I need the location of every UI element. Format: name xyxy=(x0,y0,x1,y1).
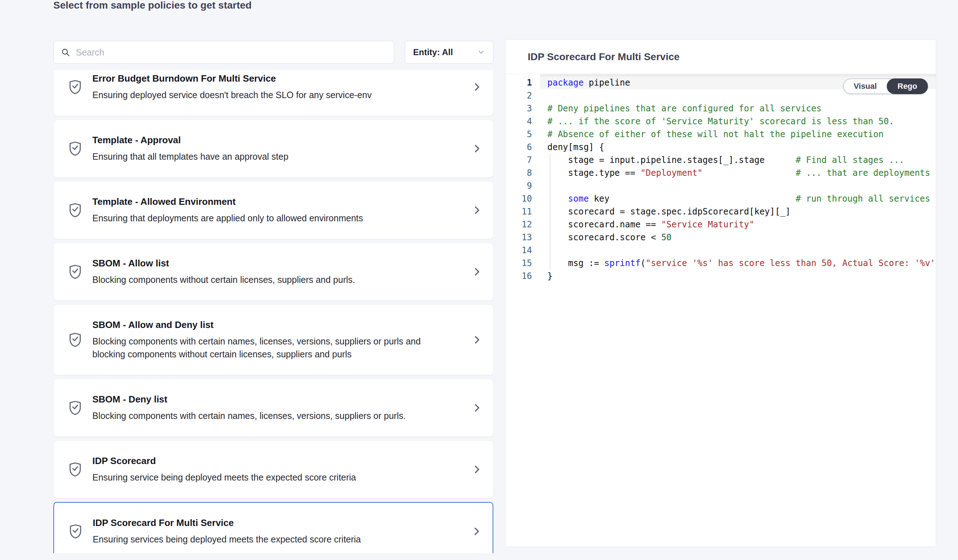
editor-top-scroll-strip xyxy=(540,74,936,77)
line-number: 5 xyxy=(506,128,540,141)
policy-card-body: SBOM - Allow and Deny list Blocking comp… xyxy=(92,319,464,360)
shield-check-icon xyxy=(68,263,82,280)
line-number: 8 xyxy=(506,167,540,179)
shield-check-icon xyxy=(68,399,82,416)
code-line: 4# ... if the score of 'Service Maturity… xyxy=(506,115,936,128)
policy-description: Blocking components with certain names, … xyxy=(92,409,422,422)
policy-title: SBOM - Allow list xyxy=(92,257,464,269)
line-content: # Absence of either of these will not ha… xyxy=(540,128,936,141)
line-number: 14 xyxy=(506,244,540,257)
search-icon xyxy=(61,48,70,57)
policy-title: IDP Scorecard For Multi Service xyxy=(93,517,464,528)
line-number: 10 xyxy=(506,192,540,205)
policy-card[interactable]: SBOM - Allow and Deny list Blocking comp… xyxy=(53,305,493,375)
chevron-right-icon xyxy=(471,525,482,538)
toggle-rego-button[interactable]: Rego xyxy=(887,78,928,94)
detail-header: IDP Scorecard For Multi Service xyxy=(506,40,936,74)
line-number: 16 xyxy=(506,270,540,282)
page-title: Select from sample policies to get start… xyxy=(53,0,252,11)
line-content xyxy=(540,179,936,192)
line-content: } xyxy=(540,270,936,282)
policy-title: Error Budget Burndown For Multi Service xyxy=(92,73,464,84)
shield-check-icon xyxy=(68,523,83,540)
code-line: 13 scorecard.score < 50 xyxy=(506,231,936,244)
chevron-right-icon xyxy=(471,204,482,216)
search-box[interactable] xyxy=(53,41,394,64)
chevron-right-icon xyxy=(471,402,482,414)
line-number: 2 xyxy=(506,89,540,102)
line-content: scorecard.name == "Service Maturity" xyxy=(540,218,936,231)
policy-card[interactable]: Template - Approval Ensuring that all te… xyxy=(53,120,493,178)
line-content: msg := sprintf("service '%s' has score l… xyxy=(540,257,936,270)
chevron-right-icon xyxy=(471,266,482,278)
policy-card[interactable]: IDP Scorecard Ensuring service being dep… xyxy=(53,440,493,498)
code-lines: 1package pipeline23# Deny pipelines that… xyxy=(506,76,936,282)
shield-check-icon xyxy=(68,140,82,157)
code-line: 14 xyxy=(506,244,936,257)
code-line: 10 some key # run through all services xyxy=(506,192,936,205)
line-number: 1 xyxy=(506,76,540,89)
code-line: 5# Absence of either of these will not h… xyxy=(506,128,936,141)
detail-title: IDP Scorecard For Multi Service xyxy=(528,51,679,63)
shield-check-icon xyxy=(68,461,82,478)
line-content: deny[msg] { xyxy=(540,141,936,154)
entity-filter-label: Entity: All xyxy=(413,47,453,57)
indent-guide-line xyxy=(550,154,550,270)
line-content: scorecard = stage.spec.idpScorecard[key]… xyxy=(540,205,936,218)
toggle-visual-button[interactable]: Visual xyxy=(844,79,887,94)
code-line: 9 xyxy=(506,179,936,192)
policy-card-body: SBOM - Deny list Blocking components wit… xyxy=(92,393,464,422)
line-number: 3 xyxy=(506,102,540,115)
policy-card-body: IDP Scorecard Ensuring service being dep… xyxy=(92,455,464,484)
policy-list: Error Budget Burndown For Multi Service … xyxy=(53,70,493,553)
line-content: stage.type == "Deployment" # ... that ar… xyxy=(540,167,936,179)
policy-title: Template - Allowed Environment xyxy=(92,196,464,207)
policy-description: Ensuring services being deployed meets t… xyxy=(93,533,422,546)
code-line: 7 stage = input.pipeline.stages[_].stage… xyxy=(506,154,936,167)
chevron-right-icon xyxy=(471,463,482,476)
policy-card[interactable]: Error Budget Burndown For Multi Service … xyxy=(53,70,493,116)
policy-card[interactable]: SBOM - Allow list Blocking components wi… xyxy=(53,243,493,301)
search-input[interactable] xyxy=(75,47,387,58)
policy-title: SBOM - Allow and Deny list xyxy=(92,319,464,330)
policy-description: Ensuring deployed service doesn't breach… xyxy=(92,89,422,102)
code-line: 6deny[msg] { xyxy=(506,141,936,154)
policy-description: Blocking components with certain names, … xyxy=(92,335,422,360)
rego-code-editor[interactable]: Visual Rego 1package pipeline23# Deny pi… xyxy=(506,74,936,546)
chevron-right-icon xyxy=(471,334,482,346)
policy-card[interactable]: Template - Allowed Environment Ensuring … xyxy=(53,181,493,239)
line-content xyxy=(540,244,936,257)
policy-description: Ensuring that deployments are applied on… xyxy=(92,212,422,225)
code-line: 12 scorecard.name == "Service Maturity" xyxy=(506,218,936,231)
policy-card-body: Error Budget Burndown For Multi Service … xyxy=(92,73,464,102)
policy-description: Ensuring that all templates have an appr… xyxy=(92,150,422,163)
line-number: 9 xyxy=(506,179,540,192)
line-number: 4 xyxy=(506,115,540,128)
line-number: 11 xyxy=(506,205,540,218)
line-number: 12 xyxy=(506,218,540,231)
line-content: # ... if the score of 'Service Maturity'… xyxy=(540,115,936,128)
policy-description: Ensuring service being deployed meets th… xyxy=(92,471,422,484)
policy-card[interactable]: SBOM - Deny list Blocking components wit… xyxy=(53,379,493,437)
policy-card[interactable]: IDP Scorecard For Multi Service Ensuring… xyxy=(53,502,493,553)
view-mode-toggle: Visual Rego xyxy=(843,78,928,94)
line-content: # Deny pipelines that are configured for… xyxy=(540,102,936,115)
line-content: some key # run through all services xyxy=(540,192,936,205)
policy-title: IDP Scorecard xyxy=(92,455,464,466)
policy-card-body: SBOM - Allow list Blocking components wi… xyxy=(92,257,464,286)
policy-sample-screen: Select from sample policies to get start… xyxy=(0,0,958,560)
policy-detail-panel: IDP Scorecard For Multi Service Visual R… xyxy=(505,40,936,547)
toolbar: Entity: All xyxy=(53,41,493,64)
line-number: 15 xyxy=(506,257,540,270)
policy-title: Template - Approval xyxy=(92,134,464,146)
chevron-right-icon xyxy=(471,81,482,93)
policy-card-body: Template - Allowed Environment Ensuring … xyxy=(92,196,464,225)
shield-check-icon xyxy=(68,78,82,95)
line-content: scorecard.score < 50 xyxy=(540,231,936,244)
chevron-right-icon xyxy=(471,143,482,155)
entity-filter-dropdown[interactable]: Entity: All xyxy=(405,41,493,64)
code-line: 11 scorecard = stage.spec.idpScorecard[k… xyxy=(506,205,936,218)
code-line: 15 msg := sprintf("service '%s' has scor… xyxy=(506,257,936,270)
line-number: 7 xyxy=(506,154,540,167)
policy-card-body: IDP Scorecard For Multi Service Ensuring… xyxy=(93,517,464,546)
